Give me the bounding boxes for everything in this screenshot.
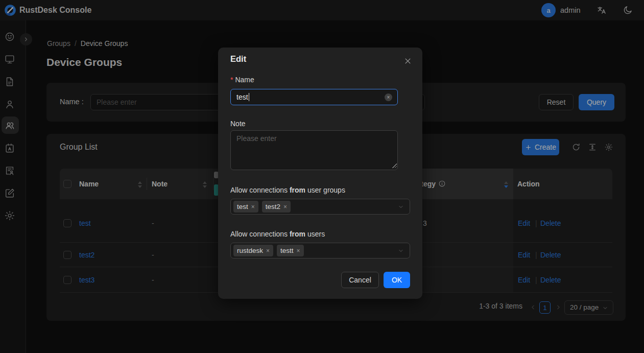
note-textarea[interactable] bbox=[230, 130, 398, 170]
ok-button[interactable]: OK bbox=[384, 272, 410, 288]
rustdesk-console-app: RustDesk Console a admin bbox=[0, 0, 644, 353]
selected-tag: test× bbox=[233, 201, 258, 213]
users-field-label: Allow connections from users bbox=[230, 229, 325, 239]
selected-tag: rustdesk× bbox=[233, 245, 273, 256]
text-cursor bbox=[249, 93, 250, 101]
edit-modal: Edit *Name test × Note Allow connections… bbox=[218, 48, 422, 299]
tag-close-icon[interactable]: × bbox=[297, 248, 300, 254]
close-icon[interactable] bbox=[404, 57, 412, 65]
required-mark: * bbox=[230, 76, 233, 84]
cancel-button[interactable]: Cancel bbox=[341, 272, 379, 288]
note-field-label: Note bbox=[230, 119, 246, 128]
clear-icon[interactable]: × bbox=[385, 93, 392, 101]
users-select[interactable]: rustdesk× testt× bbox=[230, 243, 410, 258]
name-input[interactable]: test × bbox=[230, 89, 398, 105]
modal-title: Edit bbox=[230, 54, 246, 64]
resize-handle-icon[interactable] bbox=[392, 163, 397, 168]
selected-tag: test2× bbox=[262, 201, 291, 213]
name-field-label: *Name bbox=[230, 75, 254, 84]
tag-close-icon[interactable]: × bbox=[251, 204, 255, 210]
chevron-down-icon bbox=[398, 204, 404, 210]
chevron-down-icon bbox=[398, 248, 404, 254]
user-groups-field-label: Allow connections from user groups bbox=[230, 185, 345, 195]
tag-close-icon[interactable]: × bbox=[283, 204, 287, 210]
selected-tag: testt× bbox=[277, 245, 304, 256]
user-groups-select[interactable]: test× test2× bbox=[230, 199, 410, 215]
tag-close-icon[interactable]: × bbox=[266, 248, 270, 254]
